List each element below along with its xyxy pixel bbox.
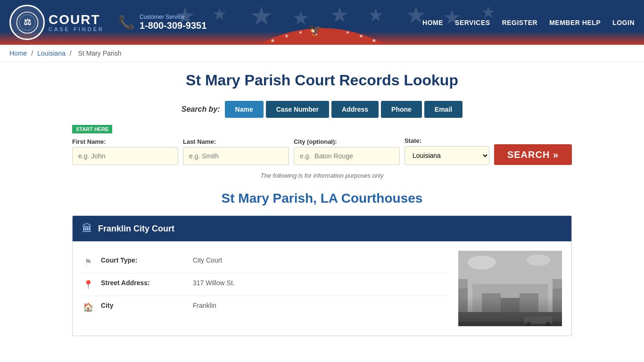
cs-info: Customer Service 1-800-309-9351 (140, 14, 206, 31)
nav-register[interactable]: REGISTER (502, 19, 538, 26)
search-form-row: First Name: Last Name: City (optional): … (72, 137, 572, 165)
svg-text:★: ★ (372, 37, 377, 44)
city-label: City (optional): (294, 138, 400, 145)
city-row: 🏠 City Franklin (82, 296, 449, 318)
state-select[interactable]: Louisiana (405, 146, 489, 165)
first-name-label: First Name: (72, 138, 178, 145)
svg-text:★: ★ (284, 33, 289, 39)
tab-case-number[interactable]: Case Number (266, 101, 329, 118)
last-name-input[interactable] (183, 147, 289, 165)
svg-rect-14 (482, 293, 501, 326)
courthouse-img-svg (458, 251, 562, 326)
logo-case-finder-text: CASE FINDER (49, 26, 104, 32)
street-address-row: 📍 Street Address: 317 Willow St. (82, 273, 449, 296)
city-icon: 🏠 (82, 302, 94, 313)
tab-email[interactable]: Email (424, 101, 462, 118)
city-label-info: City (101, 302, 186, 309)
court-type-row: ⚑ Court Type: City Court (82, 251, 449, 273)
courthouses-title: St Mary Parish, LA Courthouses (72, 191, 572, 206)
logo-text: COURT CASE FINDER (49, 13, 104, 32)
logo-icon: ⚖ (16, 11, 39, 34)
tab-name[interactable]: Name (225, 101, 264, 118)
svg-point-21 (545, 322, 550, 326)
page-title: St Mary Parish Court Records Lookup (72, 72, 572, 89)
cs-phone: 1-800-309-9351 (140, 20, 206, 31)
svg-rect-16 (501, 298, 520, 326)
cs-label: Customer Service (140, 14, 206, 20)
disclaimer-text: The following is for information purpose… (72, 172, 572, 179)
first-name-input[interactable] (72, 147, 178, 165)
main-nav: HOME SERVICES REGISTER MEMBER HELP LOGIN (422, 19, 635, 26)
site-logo[interactable]: ⚖ COURT CASE FINDER (9, 5, 104, 40)
state-label: State: (405, 137, 489, 144)
svg-point-24 (527, 255, 550, 266)
courthouse-header: 🏛 Franklin City Court (73, 216, 571, 241)
svg-rect-15 (520, 293, 538, 326)
breadcrumb-sep2: / (70, 49, 74, 57)
court-type-value: City Court (193, 256, 222, 264)
tab-address[interactable]: Address (331, 101, 379, 118)
customer-service: 📞 Customer Service 1-800-309-9351 (118, 14, 206, 31)
main-content: St Mary Parish Court Records Lookup Sear… (63, 62, 581, 355)
svg-text:★: ★ (298, 30, 303, 35)
svg-rect-13 (472, 284, 548, 326)
nav-services[interactable]: SERVICES (455, 19, 490, 26)
header-logo-cs: ⚖ COURT CASE FINDER 📞 Customer Service 1… (9, 5, 206, 40)
logo-circle: ⚖ (9, 5, 45, 40)
svg-rect-17 (458, 312, 562, 326)
courthouse-image (458, 251, 562, 326)
search-button[interactable]: SEARCH » (494, 144, 572, 165)
courthouse-icon: 🏛 (82, 222, 92, 235)
nav-login[interactable]: LOGIN (612, 19, 635, 26)
last-name-label: Last Name: (183, 138, 289, 145)
street-address-label: Street Address: (101, 279, 186, 287)
tab-phone[interactable]: Phone (381, 101, 422, 118)
svg-text:🦅: 🦅 (309, 24, 322, 37)
svg-text:★: ★ (346, 30, 350, 35)
breadcrumb-home[interactable]: Home (9, 49, 27, 57)
logo-court-text: COURT (49, 13, 104, 26)
courthouse-name-link[interactable]: Franklin City Court (98, 224, 174, 234)
city-group: City (optional): (294, 138, 400, 165)
breadcrumb-sep1: / (31, 49, 35, 57)
first-name-group: First Name: (72, 138, 178, 165)
nav-member-help[interactable]: MEMBER HELP (549, 19, 601, 26)
svg-text:★: ★ (359, 33, 363, 39)
search-by-row: Search by: Name Case Number Address Phon… (72, 101, 572, 118)
courthouse-info: ⚑ Court Type: City Court 📍 Street Addres… (82, 251, 449, 326)
courthouse-body: ⚑ Court Type: City Court 📍 Street Addres… (73, 241, 571, 336)
city-input[interactable] (294, 147, 400, 165)
breadcrumb-current: St Mary Parish (78, 49, 122, 57)
courthouse-card: 🏛 Franklin City Court ⚑ Court Type: City… (72, 215, 572, 336)
svg-rect-19 (524, 317, 553, 324)
courthouse-img-placeholder (458, 251, 562, 326)
search-form-area: START HERE First Name: Last Name: City (… (72, 125, 572, 165)
location-icon: 📍 (82, 280, 94, 290)
city-value: Franklin (193, 302, 216, 309)
svg-rect-18 (458, 321, 562, 326)
court-type-icon: ⚑ (82, 257, 94, 267)
breadcrumb-state[interactable]: Louisiana (37, 49, 66, 57)
state-group: State: Louisiana (405, 137, 489, 165)
street-address-value: 317 Willow St. (193, 279, 235, 287)
nav-home[interactable]: HOME (422, 19, 443, 26)
court-type-label: Court Type: (101, 256, 186, 264)
site-header: ★ ★ ★ ★ ★ ★ ★ ★ ★ ⚖ COURT CASE FINDER (0, 0, 644, 45)
svg-text:⚖: ⚖ (24, 17, 31, 27)
svg-point-20 (527, 322, 531, 326)
breadcrumb: Home / Louisiana / St Mary Parish (0, 45, 644, 62)
search-by-label: Search by: (182, 105, 220, 114)
svg-point-23 (468, 255, 496, 270)
phone-icon: 📞 (118, 15, 135, 30)
last-name-group: Last Name: (183, 138, 289, 165)
start-here-badge: START HERE (72, 125, 112, 133)
svg-text:★: ★ (270, 37, 275, 44)
header-center-decoration: ★ ★ ★ ★ ★ ★ 🦅 (256, 20, 388, 45)
red-arch-svg: ★ ★ ★ ★ ★ ★ 🦅 (256, 20, 388, 45)
